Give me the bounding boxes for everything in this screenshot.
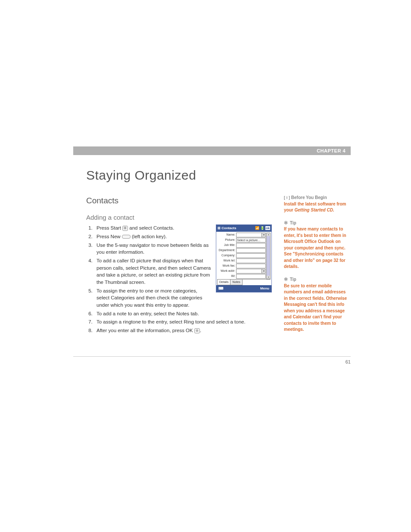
tip-body: If you have many contacts to enter, it's… [284,226,351,270]
tip-heading: ✱ Tip [284,220,351,227]
field-label: Picture: [217,238,236,242]
keyboard-icon[interactable]: ⌨ [218,286,224,291]
workfax-input[interactable] [236,264,266,268]
sidebar: [ ! ] Before You Begin Install the lates… [284,195,351,339]
before-you-begin-heading: [ ! ] Before You Begin [284,195,351,201]
field-label: Work fax: [217,264,236,268]
chapter-label: CHAPTER 4 [317,148,346,153]
subsection-heading: Adding a contact [86,213,272,222]
page-title: Staying Organized [86,168,351,183]
ok-button-icon: ⊛ [194,328,200,333]
main-content: Contacts Adding a contact ⊞ Contacts 📶🔋o… [86,195,272,339]
field-label: Department: [217,248,236,252]
tab-notes[interactable]: Notes [230,280,242,285]
tip-body: Be sure to enter mobile numbers and emai… [284,283,351,333]
asterisk-icon: ✱ [284,277,288,282]
screenshot-title: Contacts [221,226,236,230]
status-icons: 📶🔋ok [254,226,270,231]
page-number: 61 [346,359,351,364]
menu-softkey[interactable]: Menu [260,286,269,291]
company-input[interactable] [236,253,266,258]
jobtitle-input[interactable] [236,243,266,248]
step: To add a note to an entry, select the No… [94,310,272,317]
step: After you enter all the information, pre… [94,327,272,334]
field-label: IM: [217,274,236,278]
department-input[interactable] [236,248,266,253]
start-button-icon: ⊞ [122,226,128,231]
field-label: Work addr: [217,269,236,273]
picture-input[interactable]: Select a picture... [236,238,266,243]
field-label: Work tel: [217,258,236,263]
screenshot-titlebar: ⊞ Contacts 📶🔋ok [216,225,271,232]
page-footer: 61 [73,356,351,364]
im-input[interactable] [236,274,266,279]
softkey-icon [122,235,131,239]
name-input[interactable]: ▾ [236,233,266,237]
workaddr-input[interactable]: ▾ [236,269,266,274]
field-label: Name: [217,233,236,237]
asterisk-icon: ✱ [284,220,288,225]
tip-heading: ✱ Tip [284,276,351,283]
windows-flag-icon: ⊞ [218,226,221,230]
section-heading: Contacts [86,195,272,207]
step: To assign a ringtone to the entry, selec… [94,318,272,326]
before-you-begin-body: Install the latest software from your Ge… [284,201,351,214]
device-screenshot: ⊞ Contacts 📶🔋ok Name:▾ Picture:Select a … [216,224,272,292]
field-label: Job title: [217,243,236,247]
tab-details[interactable]: Details [217,280,230,285]
field-label: Company: [217,253,236,258]
scrollbar[interactable]: ▴▾ [266,233,271,279]
worktel-input[interactable] [236,258,266,263]
chapter-header: CHAPTER 4 [73,146,351,155]
